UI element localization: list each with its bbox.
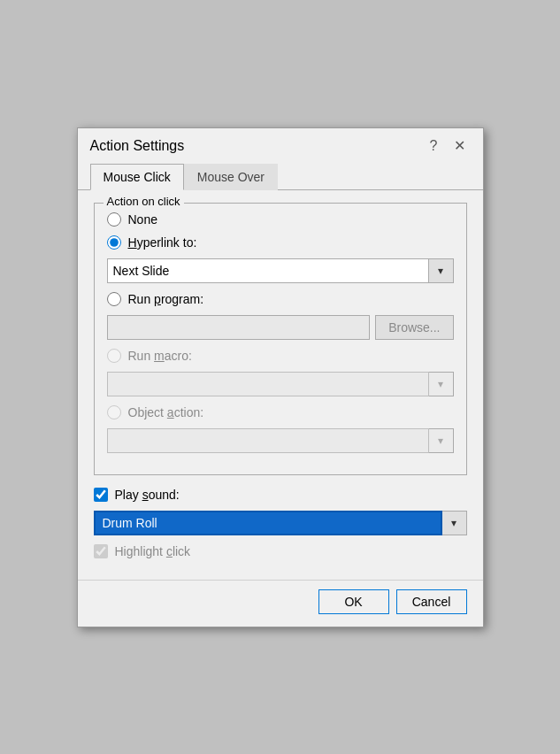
dialog-title: Action Settings	[90, 138, 185, 154]
tab-bar: Mouse Click Mouse Over	[78, 164, 483, 190]
action-settings-dialog: Action Settings ? ✕ Mouse Click Mouse Ov…	[77, 127, 484, 627]
object-action-dropdown-row: ▾	[107, 428, 454, 453]
play-sound-row: Play sound:	[94, 488, 467, 502]
run-macro-radio-row: Run macro:	[107, 349, 454, 363]
run-macro-dropdown-btn[interactable]: ▾	[429, 372, 454, 396]
title-bar-right: ? ✕	[425, 137, 471, 155]
hyperlink-dropdown-row: Next Slide ▾	[107, 258, 454, 283]
none-radio-row: None	[107, 212, 454, 227]
action-on-click-group: Action on click None Hyperlink to: Next …	[94, 203, 467, 475]
run-macro-radio[interactable]	[107, 349, 121, 363]
sound-dropdown-wrap: Drum Roll ▾	[94, 511, 467, 535]
hyperlink-radio-row: Hyperlink to:	[107, 235, 454, 250]
run-program-radio-row: Run program:	[107, 292, 454, 306]
browse-button[interactable]: Browse...	[375, 315, 453, 340]
highlight-click-row: Highlight click	[94, 544, 467, 558]
tab-mouse-over[interactable]: Mouse Over	[184, 164, 278, 190]
object-action-dropdown-btn[interactable]: ▾	[429, 428, 454, 453]
hyperlink-radio[interactable]	[107, 235, 121, 250]
play-sound-checkbox[interactable]	[94, 488, 108, 502]
dialog-footer: OK Cancel	[78, 580, 483, 627]
ok-button[interactable]: OK	[318, 589, 389, 614]
hyperlink-label: Hyperlink to:	[128, 235, 197, 250]
run-program-input[interactable]	[107, 315, 371, 340]
object-action-radio-row: Object action:	[107, 405, 454, 419]
cancel-button[interactable]: Cancel	[396, 589, 467, 614]
hyperlink-dropdown-btn[interactable]: ▾	[429, 258, 454, 283]
object-action-radio[interactable]	[107, 405, 121, 419]
title-bar-left: Action Settings	[90, 138, 185, 154]
none-label: None	[128, 212, 157, 227]
run-program-label: Run program:	[128, 292, 204, 306]
sound-select-display[interactable]: Drum Roll	[94, 511, 442, 535]
none-radio[interactable]	[107, 212, 121, 227]
run-program-input-row: Browse...	[107, 315, 454, 340]
close-button[interactable]: ✕	[449, 137, 471, 155]
play-sound-label: Play sound:	[115, 488, 180, 502]
run-macro-label: Run macro:	[128, 349, 192, 363]
highlight-click-label: Highlight click	[115, 544, 191, 558]
hyperlink-select[interactable]: Next Slide	[107, 258, 429, 283]
tab-mouse-click[interactable]: Mouse Click	[90, 164, 184, 190]
title-bar: Action Settings ? ✕	[78, 128, 483, 160]
object-action-label: Object action:	[128, 405, 204, 419]
sound-dropdown-btn[interactable]: ▾	[442, 511, 467, 535]
run-macro-select[interactable]	[107, 372, 429, 396]
run-program-radio[interactable]	[107, 292, 121, 306]
dialog-body: Action on click None Hyperlink to: Next …	[78, 190, 483, 580]
highlight-click-checkbox[interactable]	[94, 544, 108, 558]
run-macro-dropdown-row: ▾	[107, 372, 454, 396]
object-action-select[interactable]	[107, 428, 429, 453]
group-legend: Action on click	[104, 195, 184, 208]
help-button[interactable]: ?	[425, 137, 443, 155]
